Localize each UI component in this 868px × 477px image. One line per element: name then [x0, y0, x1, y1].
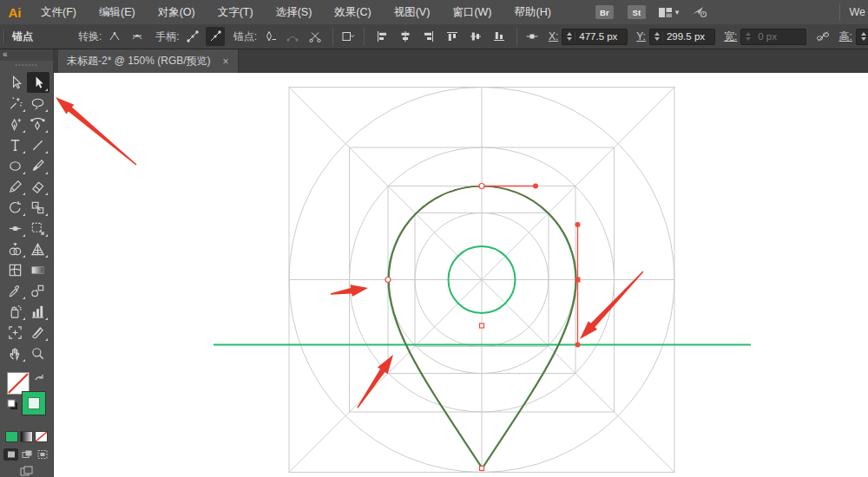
handle-dot[interactable]: [575, 343, 581, 348]
selected-anchor-point[interactable]: [575, 278, 581, 283]
lasso-tool[interactable]: [27, 93, 49, 114]
draw-behind-button[interactable]: [19, 448, 34, 461]
menu-item-1[interactable]: 编辑(E): [88, 0, 147, 24]
zoom-tool-icon: [30, 345, 46, 362]
align-right-icon[interactable]: [419, 27, 438, 46]
default-fill-stroke-icon[interactable]: [7, 398, 18, 409]
reference-point-icon[interactable]: [525, 27, 540, 46]
type-tool[interactable]: [4, 134, 27, 155]
hand-tool[interactable]: [4, 343, 27, 363]
share-publish-icon[interactable]: [691, 4, 707, 21]
panel-drag-grip[interactable]: •••••••: [0, 61, 53, 70]
y-stepper[interactable]: [652, 32, 663, 41]
menu-item-2[interactable]: 对象(O): [147, 0, 207, 24]
eyedropper-tool-icon: [7, 283, 23, 299]
rotate-tool[interactable]: [4, 197, 27, 218]
cut-path-icon[interactable]: [306, 27, 325, 46]
menu-item-6[interactable]: 视图(V): [383, 0, 442, 24]
workspace-layout-icon[interactable]: ▾: [658, 6, 680, 19]
menu-item-3[interactable]: 文字(T): [207, 0, 265, 24]
align-top-icon[interactable]: [443, 27, 462, 46]
height-label: 高:: [839, 29, 852, 44]
handle-dot[interactable]: [575, 222, 581, 227]
y-field[interactable]: 299.5 px: [649, 29, 715, 45]
line-segment-tool-icon: [30, 137, 46, 154]
none-button[interactable]: [35, 431, 48, 442]
perspective-grid-tool-icon: [30, 241, 46, 258]
menu-item-8[interactable]: 帮助(H): [503, 0, 562, 24]
menu-item-4[interactable]: 选择(S): [265, 0, 324, 24]
selection-tool[interactable]: [4, 72, 27, 93]
eyedropper-tool[interactable]: [4, 280, 27, 301]
anchor-point[interactable]: [385, 278, 391, 283]
handles-multiple-icon[interactable]: [183, 27, 202, 46]
direct-selection-tool[interactable]: [27, 72, 49, 93]
anchor-point[interactable]: [479, 184, 484, 189]
workspace-switcher[interactable]: We: [849, 0, 865, 24]
control-bar: 锚点 转换: 手柄: 锚点: X: 477.5 px Y: 299.5 px 宽…: [0, 24, 868, 49]
remove-anchor-icon[interactable]: [260, 27, 279, 46]
pencil-tool[interactable]: [4, 176, 27, 197]
anchor-point[interactable]: [480, 467, 484, 471]
handle-dot[interactable]: [533, 184, 538, 189]
screen-mode-button[interactable]: [0, 466, 53, 477]
gradient-tool[interactable]: [27, 259, 49, 280]
handles-single-icon[interactable]: [206, 27, 225, 46]
link-broken-icon[interactable]: [815, 27, 830, 46]
convert-corner-icon[interactable]: [105, 27, 124, 46]
symbol-sprayer-tool[interactable]: [4, 301, 27, 322]
align-h-center-icon[interactable]: [396, 27, 415, 46]
draw-normal-button[interactable]: [3, 448, 18, 461]
ellipse-tool[interactable]: [4, 155, 27, 176]
symbol-sprayer-tool-icon: [7, 304, 23, 320]
free-transform-tool[interactable]: [27, 218, 49, 238]
convert-smooth-icon[interactable]: [128, 27, 147, 46]
height-field[interactable]: [856, 29, 868, 45]
align-bottom-icon[interactable]: [490, 27, 509, 46]
collapse-panel-button[interactable]: «: [0, 49, 53, 61]
pen-tool[interactable]: [4, 114, 27, 134]
panel-grip[interactable]: [3, 29, 5, 44]
x-field[interactable]: 477.5 px: [562, 29, 628, 45]
menu-item-0[interactable]: 文件(F): [30, 0, 88, 24]
scale-tool[interactable]: [27, 197, 49, 218]
curvature-tool[interactable]: [27, 114, 49, 134]
connect-path-icon[interactable]: [283, 27, 302, 46]
slice-tool[interactable]: [27, 322, 49, 343]
direct-selection-tool-icon: [30, 75, 46, 91]
close-tab-icon[interactable]: ×: [223, 57, 229, 66]
canvas-area[interactable]: [54, 73, 868, 477]
x-stepper[interactable]: [564, 32, 575, 41]
paintbrush-tool[interactable]: [27, 155, 49, 176]
width-tool[interactable]: [4, 218, 27, 238]
height-stepper[interactable]: [858, 32, 868, 41]
blend-tool[interactable]: [27, 280, 49, 301]
align-v-center-icon[interactable]: [466, 27, 485, 46]
color-button[interactable]: [5, 431, 18, 442]
eraser-tool[interactable]: [27, 176, 49, 197]
shape-builder-tool[interactable]: [4, 238, 27, 259]
isolate-object-icon[interactable]: [341, 27, 356, 46]
column-graph-tool[interactable]: [27, 301, 49, 322]
canvas-artboard[interactable]: [54, 73, 868, 477]
draw-inside-button[interactable]: [35, 448, 49, 461]
line-segment-tool[interactable]: [27, 134, 49, 155]
x-value: 477.5 px: [579, 31, 622, 42]
magic-wand-tool[interactable]: [4, 93, 27, 114]
mesh-tool[interactable]: [4, 259, 27, 280]
anchor-point[interactable]: [480, 323, 484, 328]
tools-panel: « •••••••: [0, 49, 54, 477]
perspective-grid-tool[interactable]: [27, 238, 49, 259]
align-left-icon[interactable]: [372, 27, 391, 46]
swap-fill-stroke-icon[interactable]: [34, 370, 45, 380]
menu-item-7[interactable]: 窗口(W): [441, 0, 503, 24]
zoom-tool[interactable]: [27, 343, 49, 363]
bridge-button[interactable]: Br: [595, 5, 614, 19]
document-tab[interactable]: 未标题-2* @ 150% (RGB/预览) ×: [58, 49, 239, 73]
gradient-button[interactable]: [20, 431, 33, 442]
drawing-mode-buttons: [0, 448, 53, 461]
stroke-swatch-green[interactable]: [22, 391, 46, 415]
artboard-tool[interactable]: [4, 322, 27, 343]
stock-button[interactable]: St: [628, 5, 646, 19]
menu-item-5[interactable]: 效果(C): [323, 0, 382, 24]
